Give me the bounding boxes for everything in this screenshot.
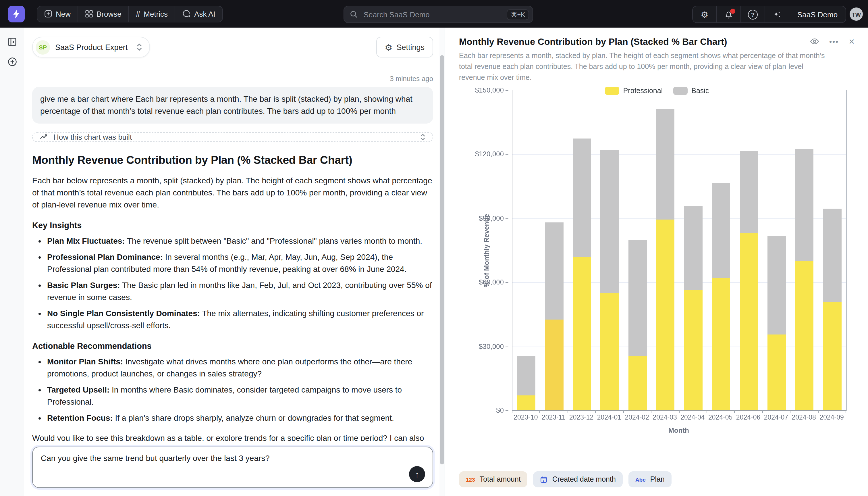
list-item: Monitor Plan Shifts: Investigate what dr… xyxy=(47,356,433,380)
lightning-bolt-icon xyxy=(12,9,21,19)
notifications-button[interactable] xyxy=(717,6,741,22)
chevron-selector-icon xyxy=(136,43,143,51)
new-button[interactable]: New xyxy=(37,6,78,21)
list-item: Retention Focus: If a plan's share drops… xyxy=(47,412,433,424)
bar-2023-12[interactable] xyxy=(573,138,591,410)
bar-2024-01[interactable] xyxy=(600,150,619,410)
field-tags: 123 Total amount Created date month Abc … xyxy=(459,471,672,487)
field-tag-created-date-month[interactable]: Created date month xyxy=(533,471,623,487)
x-tick-label: 2024-04 xyxy=(679,414,707,421)
global-search[interactable]: ⌘+K xyxy=(343,6,533,23)
segment-professional xyxy=(712,278,730,410)
x-tick-label: 2023-11 xyxy=(540,414,567,421)
chat-input-container: Can you give the same trend but quarterl… xyxy=(32,447,433,488)
settings-label: Settings xyxy=(396,43,424,51)
nav-label: New xyxy=(56,10,71,18)
bar-2024-06[interactable] xyxy=(740,151,758,410)
chart-title: Monthly Revenue Contribution by Plan (St… xyxy=(459,37,804,47)
app-logo[interactable] xyxy=(8,5,25,22)
chat-panel: SP SaaS Product Expert ⚙ Settings 3 minu… xyxy=(24,28,447,496)
user-avatar[interactable]: TW xyxy=(850,7,863,21)
segment-basic xyxy=(795,149,814,261)
segment-professional xyxy=(768,335,786,410)
help-button[interactable]: ? xyxy=(741,6,765,22)
x-tickmark xyxy=(651,410,652,413)
help-circle-icon: ? xyxy=(748,10,758,19)
x-tickmark xyxy=(846,410,846,413)
tag-label: Plan xyxy=(650,475,665,483)
how-chart-built-toggle[interactable]: How this chart was built xyxy=(32,132,433,142)
chat-scroll-area[interactable]: 3 minutes ago give me a bar chart where … xyxy=(24,67,447,441)
x-tickmark xyxy=(540,410,540,413)
x-tick-label: 2024-03 xyxy=(651,414,679,421)
y-tickmark xyxy=(505,154,509,155)
ai-sparkles-button[interactable] xyxy=(765,6,789,22)
ask-ai-button[interactable]: Ask AI xyxy=(175,6,222,21)
view-eye-button[interactable] xyxy=(810,37,819,46)
insights-heading: Key Insights xyxy=(32,221,433,230)
calendar-icon xyxy=(540,476,548,483)
bar-2024-03[interactable] xyxy=(656,109,675,410)
close-panel-button[interactable]: ✕ xyxy=(849,37,855,46)
x-tick-label: 2023-10 xyxy=(512,414,540,421)
more-options-button[interactable]: ••• xyxy=(829,37,839,46)
bar-2024-07[interactable] xyxy=(768,235,786,410)
agent-avatar: SP xyxy=(36,40,50,54)
bar-2024-04[interactable] xyxy=(684,205,702,410)
y-tickmark xyxy=(505,282,509,283)
bar-2024-09[interactable] xyxy=(823,208,841,410)
y-tickmark xyxy=(505,346,509,347)
segment-professional xyxy=(684,290,702,410)
bar-2024-02[interactable] xyxy=(628,240,647,410)
new-thread-button[interactable] xyxy=(0,52,24,71)
bar-2024-05[interactable] xyxy=(712,183,730,410)
abc-icon: Abc xyxy=(636,476,646,482)
x-tickmark xyxy=(762,410,763,413)
agent-settings-button[interactable]: ⚙ Settings xyxy=(376,37,433,58)
gear-icon: ⚙ xyxy=(385,43,392,51)
segment-professional xyxy=(573,257,591,410)
chat-sparkle-icon xyxy=(182,10,191,18)
x-tick-label: 2024-08 xyxy=(790,414,818,421)
segment-basic xyxy=(517,356,535,396)
send-button[interactable]: ↑ xyxy=(409,466,425,482)
x-tickmark xyxy=(818,410,818,413)
segment-professional xyxy=(740,233,758,410)
tag-label: Total amount xyxy=(480,475,521,483)
field-tag-total-amount[interactable]: 123 Total amount xyxy=(459,471,528,487)
field-tag-plan[interactable]: Abc Plan xyxy=(628,471,672,487)
y-tickmark xyxy=(505,410,509,411)
settings-gear-button[interactable]: ⚙ xyxy=(693,6,717,22)
answer-heading: Monthly Revenue Contribution by Plan (% … xyxy=(32,153,433,167)
chart-trend-icon xyxy=(39,133,48,141)
collapse-panel-button[interactable] xyxy=(0,32,24,52)
message-timestamp: 3 minutes ago xyxy=(32,75,433,83)
segment-professional xyxy=(517,396,535,410)
x-tickmark xyxy=(512,410,512,413)
search-input[interactable] xyxy=(363,10,507,19)
assistant-message: Monthly Revenue Contribution by Plan (% … xyxy=(32,142,433,441)
segment-professional xyxy=(795,261,814,410)
chat-scrollbar[interactable] xyxy=(439,28,445,496)
x-tick-label: 2024-06 xyxy=(735,414,762,421)
bar-2023-11[interactable] xyxy=(545,222,563,410)
workspace-name[interactable]: SaaS Demo xyxy=(789,6,846,22)
list-item: Professional Plan Dominance: In several … xyxy=(47,251,433,275)
segment-professional xyxy=(600,293,619,410)
bar-2023-10[interactable] xyxy=(517,356,535,410)
y-axis-labels: $150,000$120,000$90,000$60,000$30,000$0 xyxy=(445,90,509,410)
list-item: Plan Mix Fluctuates: The revenue split b… xyxy=(47,235,433,247)
ellipsis-icon: ••• xyxy=(829,37,839,46)
agent-selector[interactable]: SP SaaS Product Expert xyxy=(32,37,150,58)
segment-professional xyxy=(545,320,563,410)
hash-icon: # xyxy=(136,9,141,18)
eye-icon xyxy=(810,37,819,46)
metrics-button[interactable]: # Metrics xyxy=(129,6,175,21)
nav-label: Metrics xyxy=(144,10,168,18)
chat-input[interactable]: Can you give the same trend but quarterl… xyxy=(33,447,433,487)
browse-button[interactable]: Browse xyxy=(78,6,129,21)
agent-name: SaaS Product Expert xyxy=(55,43,128,51)
bar-2024-08[interactable] xyxy=(795,149,814,410)
nav-button-group: New Browse # Metrics Ask AI xyxy=(37,5,223,22)
scrollbar-thumb[interactable] xyxy=(440,55,444,464)
